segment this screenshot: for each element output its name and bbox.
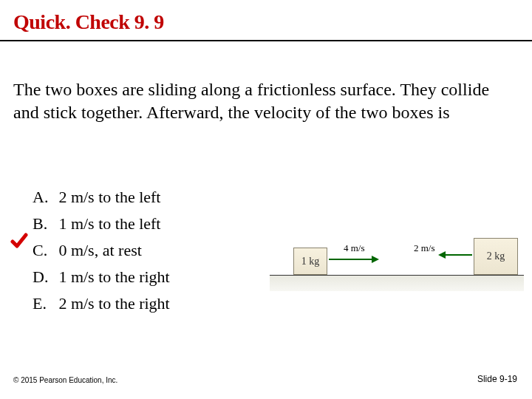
question-text: The two boxes are sliding along a fricti…: [13, 78, 519, 124]
answer-text: 1 m/s to the left: [58, 211, 169, 236]
slide-title: Quick. Check 9. 9: [13, 10, 164, 34]
answer-option: D.1 m/s to the right: [33, 265, 170, 290]
velocity-label-2: 2 m/s: [414, 242, 435, 254]
answer-text: 0 m/s, at rest: [58, 238, 169, 263]
answer-option: E.2 m/s to the right: [33, 291, 170, 316]
answer-letter: C.: [33, 238, 57, 263]
box-1kg: 1 kg: [293, 248, 327, 275]
answer-text: 2 m/s to the right: [58, 291, 169, 316]
answer-letter: D.: [33, 265, 57, 290]
answer-text: 1 m/s to the right: [58, 265, 169, 290]
answer-list: A.2 m/s to the left B.1 m/s to the left …: [31, 183, 171, 318]
velocity-label-1: 4 m/s: [344, 242, 365, 254]
answer-letter: A.: [33, 185, 57, 210]
slide: Quick. Check 9. 9 The two boxes are slid…: [0, 0, 532, 399]
answer-option: C.0 m/s, at rest: [33, 238, 170, 263]
answer-letter: B.: [33, 211, 57, 236]
title-divider: [0, 40, 532, 41]
slide-number: Slide 9-19: [477, 374, 517, 384]
physics-diagram: 1 kg 2 kg 4 m/s 2 m/s: [270, 202, 524, 291]
velocity-arrow-left: [438, 251, 472, 259]
checkmark-icon: [10, 232, 28, 250]
velocity-arrow-right: [329, 256, 379, 263]
answer-text: 2 m/s to the left: [58, 185, 169, 210]
answer-option: A.2 m/s to the left: [33, 185, 170, 210]
answer-option: B.1 m/s to the left: [33, 211, 170, 236]
box-2kg: 2 kg: [474, 238, 518, 275]
ground-surface: [270, 275, 524, 291]
answer-letter: E.: [33, 291, 57, 316]
copyright-text: © 2015 Pearson Education, Inc.: [13, 376, 117, 384]
